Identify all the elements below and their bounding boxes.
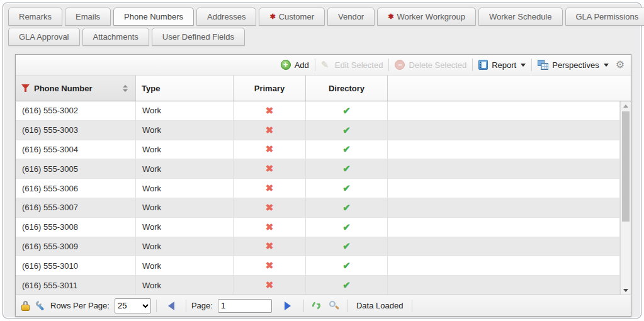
required-asterisk-icon: ✱	[269, 13, 275, 20]
type-cell: Work	[136, 276, 234, 295]
tab[interactable]: User Defined Fields	[152, 28, 245, 46]
tab-label: Remarks	[19, 12, 52, 21]
table-row[interactable]: (616) 555-3005 Work ✖ ✔	[16, 159, 620, 179]
prev-page-arrow-icon[interactable]	[168, 301, 174, 310]
tab-label: User Defined Fields	[162, 32, 234, 42]
directory-flag-icon: ✔	[306, 140, 388, 159]
column-header-phone-number[interactable]: Phone Number	[16, 76, 136, 101]
plus-circle-icon	[281, 60, 291, 70]
primary-flag-icon: ✖	[234, 256, 306, 275]
delete-selected-label: Delete Selected	[409, 60, 466, 70]
tab-label: Emails	[76, 12, 100, 21]
phone-number-cell: (616) 555-3011	[16, 276, 136, 295]
filler-cell	[388, 237, 620, 256]
tab[interactable]: GLA Approval	[8, 28, 80, 46]
table-row[interactable]: (616) 555-3006 Work ✖ ✔	[16, 179, 620, 198]
tab-label: Vendor	[338, 12, 364, 21]
primary-flag-icon: ✖	[234, 198, 306, 217]
scroll-down-button[interactable]	[621, 286, 631, 295]
toolbar-separator	[472, 59, 473, 71]
delete-selected-button[interactable]: Delete Selected	[395, 60, 466, 70]
tab[interactable]: GLA Permissions	[565, 8, 644, 26]
scroll-up-button[interactable]	[621, 101, 631, 110]
table-row[interactable]: (616) 555-3002 Work ✖ ✔	[16, 101, 620, 121]
perspectives-label: Perspectives	[552, 60, 599, 70]
table-row[interactable]: (616) 555-3003 Work ✖ ✔	[16, 121, 620, 140]
filler-cell	[388, 140, 620, 159]
type-cell: Work	[136, 218, 234, 237]
search-icon[interactable]	[329, 300, 339, 311]
phone-number-cell: (616) 555-3005	[16, 159, 136, 178]
phone-numbers-grid-panel: Add Edit Selected Delete Selected Report	[15, 54, 631, 317]
primary-flag-icon: ✖	[234, 159, 306, 178]
table-row[interactable]: (616) 555-3008 Work ✖ ✔	[16, 218, 620, 237]
tab-label: Attachments	[93, 32, 138, 42]
report-button[interactable]: Report	[478, 60, 526, 70]
scrollbar-thumb[interactable]	[622, 111, 630, 222]
vertical-scrollbar[interactable]	[620, 101, 631, 295]
table-row[interactable]: (616) 555-3004 Work ✖ ✔	[16, 140, 620, 160]
footer-separator	[303, 300, 304, 312]
perspectives-stack-icon	[538, 60, 548, 70]
column-label-primary: Primary	[254, 84, 285, 93]
primary-flag-icon: ✖	[234, 179, 306, 198]
tab-label: Addresses	[207, 12, 246, 21]
footer-separator	[186, 300, 186, 312]
tab[interactable]: Remarks	[8, 8, 62, 26]
add-label: Add	[295, 60, 309, 70]
gear-icon[interactable]	[616, 60, 624, 70]
edit-selected-button[interactable]: Edit Selected	[321, 60, 383, 70]
table-row[interactable]: (616) 555-3010 Work ✖ ✔	[16, 256, 620, 276]
directory-flag-icon: ✔	[306, 256, 388, 275]
filler-cell	[388, 159, 620, 178]
type-cell: Work	[136, 198, 234, 217]
perspectives-button[interactable]: Perspectives	[538, 60, 608, 70]
tab[interactable]: Emails	[65, 8, 111, 26]
tab[interactable]: Attachments	[82, 28, 149, 46]
next-page-arrow-icon[interactable]	[285, 301, 291, 310]
tab-label: Customer	[279, 12, 314, 21]
type-cell: Work	[136, 237, 234, 256]
filler-cell	[388, 198, 620, 217]
phone-numbers-window: Remarks Emails Phone Numbers Addresses	[3, 3, 641, 318]
tab-label: Phone Numbers	[124, 12, 183, 21]
tab[interactable]: Vendor	[327, 8, 375, 26]
column-header-type[interactable]: Type	[136, 76, 234, 101]
tab[interactable]: ✱ Worker Workgroup	[377, 8, 476, 26]
footer-separator	[156, 300, 157, 312]
tab[interactable]: Phone Numbers	[113, 8, 194, 26]
type-cell: Work	[136, 179, 234, 198]
tab-bar: Remarks Emails Phone Numbers Addresses	[3, 3, 641, 46]
filler-cell	[388, 101, 620, 120]
minus-circle-icon	[395, 60, 405, 70]
chevron-down-icon	[604, 64, 609, 67]
tab-row-2: GLA Approval Attachments User Defined Fi…	[8, 28, 636, 46]
triangle-up-icon	[623, 104, 628, 108]
wrench-icon[interactable]	[35, 301, 45, 311]
rows-per-page-select[interactable]: 25	[115, 298, 151, 313]
add-button[interactable]: Add	[281, 60, 309, 70]
directory-flag-icon: ✔	[306, 159, 388, 178]
directory-flag-icon: ✔	[306, 198, 388, 217]
refresh-icon[interactable]	[312, 301, 321, 310]
column-header-directory[interactable]: Directory	[306, 76, 388, 101]
table-row[interactable]: (616) 555-3011 Work ✖ ✔	[16, 276, 620, 295]
page-input[interactable]	[218, 299, 272, 313]
table-row[interactable]: (616) 555-3007 Work ✖ ✔	[16, 198, 620, 218]
tab[interactable]: ✱ Customer	[259, 8, 325, 26]
directory-flag-icon: ✔	[306, 218, 388, 237]
type-cell: Work	[136, 101, 234, 120]
table-row[interactable]: (616) 555-3009 Work ✖ ✔	[16, 237, 620, 257]
phone-number-cell: (616) 555-3007	[16, 198, 136, 217]
column-header-primary[interactable]: Primary	[234, 76, 306, 101]
filter-funnel-icon[interactable]	[21, 84, 30, 92]
page-label: Page:	[191, 301, 213, 310]
sort-arrows-icon[interactable]	[123, 85, 130, 92]
primary-flag-icon: ✖	[234, 276, 306, 295]
tab[interactable]: Worker Schedule	[478, 8, 562, 26]
phone-number-cell: (616) 555-3006	[16, 179, 136, 198]
tab[interactable]: Addresses	[196, 8, 256, 26]
lock-icon[interactable]	[21, 301, 30, 311]
status-text: Data Loaded	[356, 301, 403, 310]
triangle-down-icon	[623, 289, 628, 292]
